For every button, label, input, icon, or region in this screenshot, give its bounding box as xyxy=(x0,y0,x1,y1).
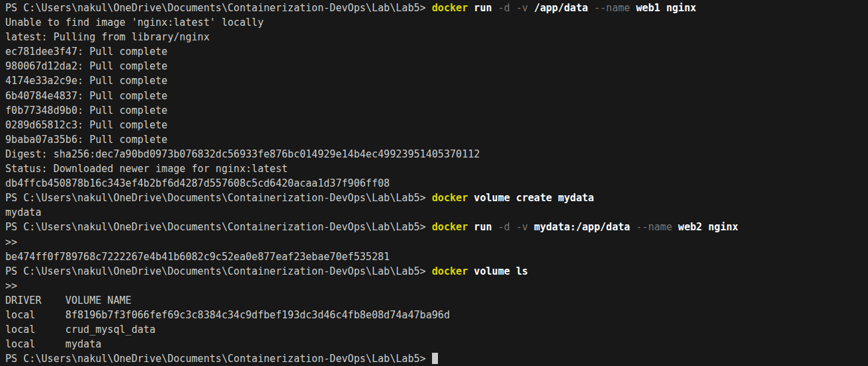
terminal-text-segment: PS C:\Users\nakul\OneDrive\Documents\Con… xyxy=(5,353,432,365)
terminal-text-segment: -d -v xyxy=(498,2,528,14)
terminal-text-segment: latest: Pulling from library/nginx xyxy=(5,31,210,43)
terminal-line: local 8f8196b7f3f066fef69c3c8384c34c9dfb… xyxy=(5,308,865,322)
terminal-output: PS C:\Users\nakul\OneDrive\Documents\Con… xyxy=(5,1,865,366)
terminal-text-segment: volume create mydata xyxy=(468,192,594,204)
terminal-line: 9baba07a35b6: Pull complete xyxy=(5,132,865,147)
terminal-cursor xyxy=(432,353,438,364)
terminal-text-segment: 6b40784e4837: Pull complete xyxy=(5,90,167,102)
terminal-line: >> xyxy=(5,235,865,250)
terminal-text-segment: local mydata xyxy=(5,338,101,350)
terminal-line: 4174e33a2c9e: Pull complete xyxy=(5,73,865,88)
terminal-line: 980067d12da2: Pull complete xyxy=(5,59,865,73)
terminal-line: local crud_mysql_data xyxy=(5,322,865,337)
terminal-text-segment: web1 nginx xyxy=(630,2,696,14)
terminal-text-segment: docker xyxy=(432,265,468,277)
terminal-text-segment: PS C:\Users\nakul\OneDrive\Documents\Con… xyxy=(5,265,432,277)
terminal-line: Status: Downloaded newer image for nginx… xyxy=(5,161,865,176)
terminal-text-segment: run xyxy=(468,221,498,233)
terminal-text-segment: local 8f8196b7f3f066fef69c3c8384c34c9dfb… xyxy=(5,309,450,321)
terminal-text-segment: mydata xyxy=(5,206,42,218)
terminal-line: mydata xyxy=(5,205,865,220)
terminal-line: Unable to find image 'nginx:latest' loca… xyxy=(5,15,865,30)
terminal-text-segment: PS C:\Users\nakul\OneDrive\Documents\Con… xyxy=(5,2,432,14)
terminal-line: >> xyxy=(5,279,865,293)
terminal-line: f0b77348d9b0: Pull complete xyxy=(5,103,865,118)
terminal-line: db4ffcb450878b16c343ef4b2bf6d4287d557608… xyxy=(5,176,865,191)
terminal-text-segment: web2 nginx xyxy=(672,221,738,233)
terminal-line: Digest: sha256:dec7a90bd0973b076832dc569… xyxy=(5,147,865,161)
terminal-line: PS C:\Users\nakul\OneDrive\Documents\Con… xyxy=(5,1,865,15)
terminal-text-segment: >> xyxy=(5,280,17,292)
terminal-text-segment: db4ffcb450878b16c343ef4b2bf6d4287d557608… xyxy=(5,177,390,189)
terminal-text-segment: f0b77348d9b0: Pull complete xyxy=(5,105,167,116)
terminal-window[interactable]: PS C:\Users\nakul\OneDrive\Documents\Con… xyxy=(0,0,868,366)
terminal-text-segment: Unable to find image 'nginx:latest' loca… xyxy=(5,17,263,28)
terminal-text-segment: run xyxy=(468,2,498,14)
terminal-text-segment: PS C:\Users\nakul\OneDrive\Documents\Con… xyxy=(5,192,432,204)
terminal-text-segment: docker xyxy=(432,2,468,14)
terminal-text-segment: DRIVER VOLUME NAME xyxy=(5,295,132,306)
terminal-text-segment: 0289d65812c3: Pull complete xyxy=(5,119,167,131)
terminal-text-segment: mydata:/app/data xyxy=(528,221,636,233)
terminal-text-segment: ec781dee3f47: Pull complete xyxy=(5,46,167,58)
terminal-text-segment: -d -v xyxy=(498,221,528,233)
terminal-text-segment: 9baba07a35b6: Pull complete xyxy=(5,134,167,146)
terminal-text-segment: 4174e33a2c9e: Pull complete xyxy=(5,75,167,87)
terminal-text-segment: --name xyxy=(636,221,673,233)
terminal-text-segment: Status: Downloaded newer image for nginx… xyxy=(5,163,288,175)
terminal-text-segment: volume ls xyxy=(468,265,528,277)
terminal-text-segment: local crud_mysql_data xyxy=(5,324,155,336)
terminal-text-segment: PS C:\Users\nakul\OneDrive\Documents\Con… xyxy=(5,221,432,233)
terminal-line: be474ff0f789768c7222267e4b41b6082c9c52ea… xyxy=(5,250,865,264)
terminal-text-segment: --name xyxy=(594,2,630,14)
terminal-line: DRIVER VOLUME NAME xyxy=(5,293,865,308)
terminal-line: PS C:\Users\nakul\OneDrive\Documents\Con… xyxy=(5,220,865,234)
terminal-line: latest: Pulling from library/nginx xyxy=(5,30,865,44)
terminal-text-segment: >> xyxy=(5,236,17,248)
terminal-text-segment: Digest: sha256:dec7a90bd0973b076832dc569… xyxy=(5,148,480,160)
terminal-line: 6b40784e4837: Pull complete xyxy=(5,89,865,103)
terminal-line: ec781dee3f47: Pull complete xyxy=(5,44,865,59)
terminal-line: PS C:\Users\nakul\OneDrive\Documents\Con… xyxy=(5,351,865,366)
terminal-line: PS C:\Users\nakul\OneDrive\Documents\Con… xyxy=(5,191,865,205)
terminal-text-segment: be474ff0f789768c7222267e4b41b6082c9c52ea… xyxy=(5,251,390,263)
terminal-text-segment: 980067d12da2: Pull complete xyxy=(5,60,167,72)
terminal-text-segment: docker xyxy=(432,221,468,233)
terminal-text-segment: /app/data xyxy=(528,2,594,14)
terminal-line: 0289d65812c3: Pull complete xyxy=(5,118,865,132)
terminal-line: local mydata xyxy=(5,337,865,351)
terminal-line: PS C:\Users\nakul\OneDrive\Documents\Con… xyxy=(5,264,865,279)
terminal-text-segment: docker xyxy=(432,192,468,204)
